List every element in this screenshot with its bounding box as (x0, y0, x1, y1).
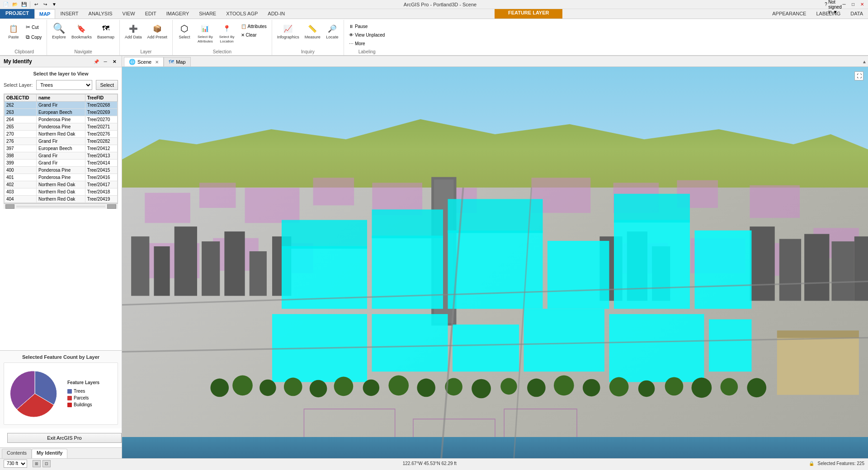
col-name[interactable]: name (37, 94, 85, 102)
cell-treefid: Tree/20419 (85, 196, 117, 203)
tab-my-identify[interactable]: My Identify (32, 449, 67, 458)
legend-title: Feature Layers (67, 380, 99, 385)
table-row[interactable]: 399Grand FirTree/20414 (5, 160, 118, 167)
close-btn[interactable]: ✕ (858, 1, 866, 8)
tab-appearance[interactable]: APPEARANCE (767, 9, 811, 19)
tab-imagery[interactable]: IMAGERY (161, 9, 194, 19)
tab-addon[interactable]: ADD-IN (263, 9, 290, 19)
select-icon: ⬡ (178, 22, 191, 35)
map-tool-btn2[interactable]: ⊡ (42, 460, 51, 467)
table-row[interactable]: 397European BeechTree/20412 (5, 145, 118, 152)
col-objectid[interactable]: OBJECTID (5, 94, 37, 102)
tab-labeling[interactable]: LABELING (811, 9, 845, 19)
locate-btn[interactable]: 🔎 Locate (324, 21, 341, 41)
ribbon: 📋 Paste ✂ Cut ⧉ Copy Clipboard 🔍 Ex (0, 19, 868, 56)
cell-treefid: Tree/20412 (85, 145, 117, 152)
scene-tab-label: Scene (137, 59, 151, 65)
qat-save-btn[interactable]: 💾 (20, 1, 28, 8)
paste-icon: 📋 (7, 22, 20, 35)
qat-redo-btn[interactable]: ↪ (41, 1, 49, 8)
tab-contents[interactable]: Contents (2, 449, 32, 458)
clear-btn[interactable]: ✕ Clear (239, 31, 269, 39)
table-row[interactable]: 263European BeechTree/20269 (5, 109, 118, 116)
basemap-icon: 🗺 (99, 22, 112, 35)
table-row[interactable]: 404Northern Red OakTree/20419 (5, 196, 118, 203)
pause-btn[interactable]: ⏸ Pause (347, 23, 387, 30)
table-row[interactable]: 264Ponderosa PineTree/20270 (5, 116, 118, 123)
map-tools: ⊞ ⊡ (33, 460, 51, 467)
select-by-attrs-btn[interactable]: 📊 Select ByAttributes (195, 21, 215, 45)
pin-btn[interactable]: 📌 (93, 58, 100, 65)
cell-objectid: 403 (5, 188, 37, 196)
select-btn[interactable]: ⬡ Select (175, 21, 193, 41)
scene-view[interactable]: ⛶ (122, 67, 868, 458)
select-layer-label: Select Layer: (4, 82, 33, 88)
legend-buildings: Buildings (67, 402, 99, 407)
tab-xtools[interactable]: XTOOLS AGP (221, 9, 263, 19)
table-wrapper[interactable]: OBJECTID name TreeFID 262Grand FirTree/2… (4, 94, 118, 203)
table-row[interactable]: 400Ponderosa PineTree/20415 (5, 167, 118, 174)
select-by-loc-btn[interactable]: 📍 Select ByLocation (217, 21, 237, 45)
qat-new-btn[interactable]: 📄 (2, 1, 10, 8)
scale-dropdown[interactable]: 730 ft (4, 460, 27, 468)
tab-view[interactable]: VIEW (118, 9, 140, 19)
map-tabs-row: 🌐 Scene ✕ 🗺 Map ▲ (122, 56, 868, 67)
tab-share[interactable]: SHARE (194, 9, 221, 19)
add-data-btn[interactable]: ➕ Add Data (123, 21, 144, 41)
tab-project[interactable]: PROJECT (0, 9, 34, 19)
panel-close-btn[interactable]: ✕ (111, 58, 118, 65)
table-row[interactable]: 398Grand FirTree/20413 (5, 152, 118, 160)
expand-map-btn[interactable]: ⛶ (854, 71, 863, 80)
clear-icon: ✕ (241, 33, 245, 38)
map-expand-btn[interactable]: ▲ (861, 57, 868, 66)
cell-name: Grand Fir (37, 152, 85, 160)
measure-btn[interactable]: 📏 Measure (302, 21, 323, 41)
view-unplaced-btn[interactable]: 👁 View Unplaced (347, 31, 387, 39)
basemap-btn[interactable]: 🗺 Basemap (95, 21, 117, 41)
cell-objectid: 263 (5, 109, 37, 116)
table-row[interactable]: 262Grand FirTree/20268 (5, 102, 118, 109)
cut-btn[interactable]: ✂ Cut (24, 23, 44, 32)
qat-customize-btn[interactable]: ▼ (50, 1, 58, 8)
scene-tab-close[interactable]: ✕ (155, 60, 159, 65)
qat-open-btn[interactable]: 📂 (11, 1, 19, 8)
cell-treefid: Tree/20418 (85, 188, 117, 196)
legend-parcels: Parcels (67, 395, 99, 400)
layer-dropdown[interactable]: Trees Parcels Buildings (36, 80, 92, 90)
parcels-label: Parcels (74, 395, 89, 400)
cell-treefid: Tree/20413 (85, 152, 117, 160)
copy-btn[interactable]: ⧉ Copy (24, 33, 44, 42)
paste-btn[interactable]: 📋 Paste (5, 21, 23, 41)
bookmarks-btn[interactable]: 🔖 Bookmarks (69, 21, 94, 41)
qat-undo-btn[interactable]: ↩ (32, 1, 40, 8)
minimize-btn[interactable]: ─ (840, 1, 848, 8)
tab-analysis[interactable]: ANALYSIS (84, 9, 118, 19)
tab-edit[interactable]: EDIT (140, 9, 161, 19)
more-btn[interactable]: ⋯ More (347, 40, 387, 47)
table-row[interactable]: 270Northern Red OakTree/20276 (5, 131, 118, 138)
restore-btn[interactable]: □ (849, 1, 857, 8)
table-row[interactable]: 401Ponderosa PineTree/20416 (5, 174, 118, 181)
map-tab[interactable]: 🗺 Map (164, 57, 190, 66)
horizontal-scrollbar[interactable] (4, 203, 118, 209)
explore-btn[interactable]: 🔍 Explore (50, 21, 68, 41)
select-layer-button[interactable]: Select (96, 80, 118, 90)
infographics-btn[interactable]: 📈 Infographics (275, 21, 302, 41)
account-btn[interactable]: 🔒 Not signed in ▼ (831, 1, 839, 8)
tab-insert[interactable]: INSERT (55, 9, 83, 19)
table-row[interactable]: 276Grand FirTree/20282 (5, 138, 118, 145)
map-tool-btn1[interactable]: ⊞ (33, 460, 41, 467)
table-row[interactable]: 402Northern Red OakTree/20417 (5, 181, 118, 188)
panel-title: My Identify (4, 58, 32, 65)
add-preset-btn[interactable]: 📦 Add Preset (145, 21, 170, 41)
scene-tab[interactable]: 🌐 Scene ✕ (124, 57, 164, 66)
attributes-btn[interactable]: 📋 Attributes (239, 23, 269, 30)
exit-arcgis-btn[interactable]: Exit ArcGIS Pro (7, 433, 122, 443)
table-row[interactable]: 403Northern Red OakTree/20418 (5, 188, 118, 196)
coordinates-display: 122.67°W 45.53°N 62.29 ft (51, 461, 809, 466)
tab-map[interactable]: MAP (34, 9, 55, 19)
panel-minimize-btn[interactable]: ─ (102, 58, 109, 65)
tab-data[interactable]: DATA (845, 9, 868, 19)
col-treefid[interactable]: TreeFID (85, 94, 117, 102)
table-row[interactable]: 265Ponderosa PineTree/20271 (5, 123, 118, 131)
